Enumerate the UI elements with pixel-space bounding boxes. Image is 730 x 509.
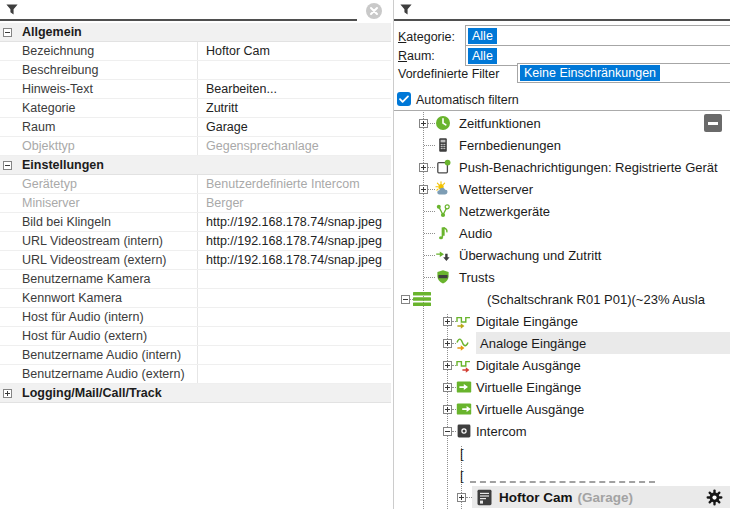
tree-item[interactable]: Hoftor Cam(Garage) (394, 486, 730, 508)
tree-expander[interactable] (443, 383, 452, 392)
network-icon (435, 203, 451, 219)
tree-item[interactable]: Trusts (394, 266, 730, 288)
property-row[interactable]: RaumGarage (0, 118, 391, 137)
property-value[interactable]: Garage (197, 118, 391, 136)
tree-item[interactable]: [ (394, 442, 730, 464)
property-value[interactable]: Zutritt (197, 99, 391, 117)
tree-item[interactable]: Wetterserver (394, 178, 730, 200)
collapse-minus-button[interactable] (704, 114, 722, 132)
tree-label: Digitale Eingänge (476, 314, 578, 329)
property-value[interactable]: http://192.168.178.74/snap.jpeg (197, 251, 391, 269)
tree-item[interactable]: Audio (394, 222, 730, 244)
tree-expander[interactable] (443, 427, 452, 436)
remote-icon (435, 137, 451, 153)
tree-label: Intercom (476, 424, 527, 439)
property-row[interactable]: BezeichnungHoftor Cam (0, 42, 391, 61)
property-label: Benutzername Audio (extern) (0, 365, 197, 383)
predefined-filter-value: Keine Einschränkungen (520, 65, 660, 81)
property-row[interactable]: Hinweis-TextBearbeiten... (0, 80, 391, 99)
tree-label: Analoge Eingänge (480, 336, 586, 351)
property-value[interactable] (197, 61, 391, 79)
device-tree: ZeitfunktionenFernbedienungenPush-Benach… (394, 112, 730, 509)
tree-item[interactable]: Überwachung und Zutritt (394, 244, 730, 266)
property-row[interactable]: URL Videostream (intern)http://192.168.1… (0, 232, 391, 251)
tree-expander[interactable] (457, 493, 466, 502)
section-header[interactable]: Logging/Mail/Call/Track (0, 384, 391, 403)
tree-expander[interactable] (419, 163, 428, 172)
section-header[interactable]: Einstellungen (0, 156, 391, 175)
section-expander-icon[interactable] (3, 28, 12, 37)
property-value[interactable] (197, 327, 391, 345)
intercom-icon (456, 423, 472, 439)
property-value[interactable]: http://192.168.178.74/snap.jpeg (197, 232, 391, 250)
section-expander-icon[interactable] (3, 389, 12, 398)
digital-input-icon (456, 313, 472, 329)
property-value[interactable]: Berger (197, 194, 391, 212)
tree-item[interactable]: Digitale Eingänge (394, 310, 730, 332)
tree-label: Hoftor Cam (499, 490, 573, 505)
tree-item[interactable]: Virtuelle Eingänge (394, 376, 730, 398)
property-row[interactable]: Beschreibung (0, 61, 391, 80)
tree-expander[interactable] (443, 405, 452, 414)
property-value[interactable] (197, 365, 391, 383)
property-value[interactable] (197, 308, 391, 326)
tree-item[interactable]: Digitale Ausgänge (394, 354, 730, 376)
tree-item[interactable]: [ (394, 464, 730, 486)
tree-item[interactable]: Zeitfunktionen (394, 112, 730, 134)
property-row[interactable]: Benutzername Audio (intern) (0, 346, 391, 365)
property-value[interactable] (197, 346, 391, 364)
section-header[interactable]: Allgemein (0, 23, 391, 42)
tree-item[interactable]: Netzwerkgeräte (394, 200, 730, 222)
property-row[interactable]: URL Videostream (extern)http://192.168.1… (0, 251, 391, 270)
tree-item[interactable]: Push-Benachrichtigungen: Registrierte Ge… (394, 156, 730, 178)
shield-icon (435, 269, 451, 285)
tree-item[interactable]: Virtuelle Ausgänge (394, 398, 730, 420)
property-value[interactable]: Benutzerdefinierte Intercom (197, 175, 391, 193)
predefined-filter-select[interactable]: Keine Einschränkungen (517, 63, 730, 83)
gear-icon[interactable] (706, 489, 723, 506)
tree-expander[interactable] (419, 185, 428, 194)
property-row[interactable]: KategorieZutritt (0, 99, 391, 118)
tree-expander[interactable] (401, 295, 410, 304)
tree-label: Fernbedienungen (459, 138, 561, 153)
property-label: Bild bei Klingeln (0, 213, 197, 231)
tree-label: Virtuelle Eingänge (476, 380, 581, 395)
analog-input-icon (456, 335, 472, 351)
tree-item[interactable]: Intercom (394, 420, 730, 442)
property-value[interactable] (197, 270, 391, 288)
property-row[interactable]: Kennwort Kamera (0, 289, 391, 308)
auto-filter-checkbox[interactable] (397, 92, 411, 106)
property-value[interactable] (197, 289, 391, 307)
tree-item[interactable]: Fernbedienungen (394, 134, 730, 156)
tree-expander[interactable] (443, 361, 452, 370)
tree-expander[interactable] (443, 317, 452, 326)
property-row[interactable]: Host für Audio (intern) (0, 308, 391, 327)
property-row[interactable]: GerätetypBenutzerdefinierte Intercom (0, 175, 391, 194)
property-row[interactable]: ObjekttypGegensprechanlage (0, 137, 391, 156)
property-row[interactable]: Host für Audio (extern) (0, 327, 391, 346)
filter-underline (0, 19, 357, 21)
weather-icon (435, 181, 451, 197)
tree-expander[interactable] (419, 119, 428, 128)
property-value[interactable]: Bearbeiten... (197, 80, 391, 98)
property-row[interactable]: MiniserverBerger (0, 194, 391, 213)
property-filter-input[interactable] (22, 2, 361, 19)
tree-label: Digitale Ausgänge (476, 358, 581, 373)
tree-expander[interactable] (443, 339, 452, 348)
push-notification-icon (435, 159, 451, 175)
property-value[interactable]: Hoftor Cam (197, 42, 391, 60)
property-row[interactable]: Benutzername Audio (extern) (0, 365, 391, 384)
property-row[interactable]: Bild bei Klingelnhttp://192.168.178.74/s… (0, 213, 391, 232)
property-value[interactable]: Gegensprechanlage (197, 137, 391, 155)
kategorie-select[interactable]: Alle (465, 25, 730, 46)
clear-filter-button[interactable] (365, 2, 383, 20)
property-label: Kategorie (0, 99, 197, 117)
tree-item[interactable]: Analoge Eingänge (394, 332, 730, 354)
property-label: Kennwort Kamera (0, 289, 197, 307)
property-row[interactable]: Benutzername Kamera (0, 270, 391, 289)
section-expander-icon[interactable] (3, 161, 12, 170)
tree-label: Netzwerkgeräte (459, 204, 550, 219)
property-value[interactable]: http://192.168.178.74/snap.jpeg (197, 213, 391, 231)
tree-item[interactable]: (Schaltschrank R01 P01)(~23% Ausla (394, 288, 730, 310)
tree-label: Trusts (459, 270, 495, 285)
